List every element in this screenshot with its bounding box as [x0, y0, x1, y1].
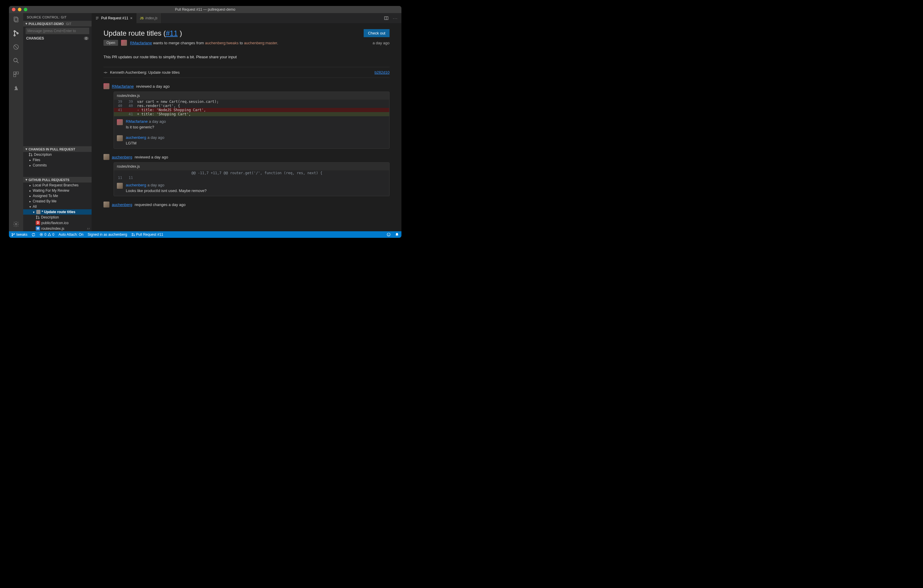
svg-point-26 — [387, 233, 391, 237]
reviewer-link[interactable]: RMacfarlane — [112, 84, 134, 89]
avatar — [121, 40, 127, 46]
chevron-down-icon: ▾ — [28, 205, 31, 209]
svg-point-4 — [17, 33, 18, 34]
pr-timestamp: a day ago — [373, 41, 389, 45]
status-branch[interactable]: tweaks — [11, 232, 27, 237]
close-window-button[interactable] — [12, 8, 15, 11]
split-editor-icon[interactable] — [384, 16, 389, 21]
changes-in-pr-header[interactable]: ▾ CHANGES IN PULL REQUEST — [23, 146, 92, 152]
changes-row[interactable]: CHANGES 0 — [23, 35, 92, 41]
status-problems[interactable]: 0 0 — [39, 232, 54, 237]
tab-pull-request[interactable]: Pull Request #11 × — [92, 13, 136, 23]
git-pull-request-icon — [36, 215, 40, 219]
svg-rect-9 — [14, 75, 16, 77]
avatar — [103, 154, 109, 160]
svg-point-16 — [38, 218, 39, 219]
author-link[interactable]: RMacfarlane — [130, 41, 152, 45]
pr-description: This PR updates our route titles to simp… — [103, 55, 389, 59]
error-icon — [39, 233, 43, 237]
feedback-icon[interactable] — [387, 232, 391, 237]
reviewer-link[interactable]: auchenberg — [112, 202, 132, 207]
repo-section-header[interactable]: ▾ PULLREQUEST-DEMO GIT — [23, 21, 92, 26]
sidebar-title: SOURCE CONTROL: GIT — [23, 13, 92, 21]
pr-files-item[interactable]: ▸ Files — [23, 157, 92, 163]
extensions-icon[interactable] — [12, 70, 20, 79]
ghpr-assigned[interactable]: ▸Assigned To Me — [23, 193, 92, 199]
ghpr-pr-item[interactable]: ▾ * Update route titles — [23, 209, 92, 215]
changes-count-badge: 0 — [84, 36, 89, 40]
svg-point-23 — [132, 233, 133, 234]
status-signed-in[interactable]: Signed in as auchenberg — [88, 232, 127, 237]
git-pull-request-icon — [131, 233, 135, 237]
avatar — [117, 183, 123, 189]
pr-content: Update route titles (#11 ) Check out Ope… — [92, 23, 401, 231]
debug-icon[interactable] — [12, 43, 20, 51]
tab-indexjs[interactable]: JS index.js — [136, 13, 161, 23]
svg-point-3 — [14, 35, 15, 36]
commit-sha-link[interactable]: b282d10 — [374, 70, 389, 75]
js-file-icon: JS — [140, 16, 144, 20]
minimize-window-button[interactable] — [18, 8, 21, 11]
avatar — [36, 210, 41, 214]
bell-icon — [395, 232, 399, 237]
search-icon[interactable] — [12, 56, 20, 65]
explorer-icon[interactable] — [12, 15, 20, 24]
svg-point-18 — [105, 72, 106, 73]
ghpr-local-branches[interactable]: ▸Local Pull Request Branches — [23, 182, 92, 188]
avatar — [103, 202, 109, 207]
svg-point-24 — [132, 235, 133, 236]
ghpr-all[interactable]: ▾All — [23, 204, 92, 209]
chevron-down-icon: ▾ — [26, 22, 27, 26]
status-auto-attach[interactable]: Auto Attach: On — [59, 232, 84, 237]
source-control-icon[interactable] — [12, 29, 20, 38]
svg-rect-7 — [14, 72, 16, 74]
commit-message-input[interactable] — [26, 28, 89, 34]
ghpr-created[interactable]: ▸Created By Me — [23, 199, 92, 204]
more-actions-icon[interactable]: ··· — [393, 16, 398, 21]
avatar — [103, 83, 109, 89]
editor-area: Pull Request #11 × JS index.js ··· — [92, 13, 401, 231]
svg-point-2 — [14, 31, 15, 32]
list-icon — [95, 16, 99, 20]
azure-icon[interactable] — [12, 84, 20, 92]
svg-point-25 — [133, 235, 135, 236]
status-sync[interactable] — [31, 233, 35, 237]
review-comment: auchenberga day ago LGTM — [114, 132, 389, 148]
activity-bar — [9, 13, 23, 231]
notifications-icon[interactable] — [395, 232, 399, 237]
checkout-button[interactable]: Check out — [364, 29, 389, 37]
git-commit-icon — [103, 71, 108, 75]
warning-icon — [48, 233, 51, 237]
close-icon[interactable]: × — [130, 16, 132, 21]
file-modified-badge: M — [36, 226, 40, 231]
commenter-link[interactable]: auchenberg — [126, 135, 146, 140]
svg-point-27 — [388, 234, 388, 234]
svg-rect-0 — [14, 17, 17, 21]
settings-gear-icon[interactable] — [12, 220, 20, 228]
file-deleted-badge: D — [36, 220, 40, 225]
titlebar: Pull Request #11 — pullrequest-demo — [9, 6, 401, 13]
status-pull-request[interactable]: Pull Request #11 — [131, 232, 163, 237]
reviewer-link[interactable]: auchenberg — [112, 155, 132, 159]
smiley-icon — [387, 232, 391, 237]
source-branch: auchenberg:tweaks — [205, 41, 239, 45]
ghpr-waiting-review[interactable]: ▸Waiting For My Review — [23, 188, 92, 193]
svg-point-14 — [36, 216, 37, 217]
github-pr-header[interactable]: ▾ GITHUB PULL REQUESTS — [23, 177, 92, 182]
pr-commits-item[interactable]: ▸ Commits — [23, 163, 92, 168]
status-badge: Open — [103, 40, 118, 46]
chevron-right-icon: ▸ — [28, 164, 31, 167]
commenter-link[interactable]: auchenberg — [126, 183, 146, 187]
commenter-link[interactable]: RMacfarlane — [126, 119, 148, 124]
pr-number-link[interactable]: #11 — [166, 29, 177, 37]
window-title: Pull Request #11 — pullrequest-demo — [9, 7, 401, 11]
pr-description-item[interactable]: Description — [23, 152, 92, 157]
chevron-right-icon: ▸ — [28, 158, 31, 162]
traffic-lights — [9, 8, 27, 11]
tab-bar: Pull Request #11 × JS index.js ··· — [92, 13, 401, 23]
ghpr-pr-file1[interactable]: D public/favicon.ico — [23, 220, 92, 226]
ghpr-pr-file2[interactable]: M routes/index.js ♪♪ — [23, 226, 92, 231]
maximize-window-button[interactable] — [24, 8, 27, 11]
review-file-path: routes/index.js — [114, 163, 389, 170]
ghpr-pr-description[interactable]: Description — [23, 215, 92, 220]
